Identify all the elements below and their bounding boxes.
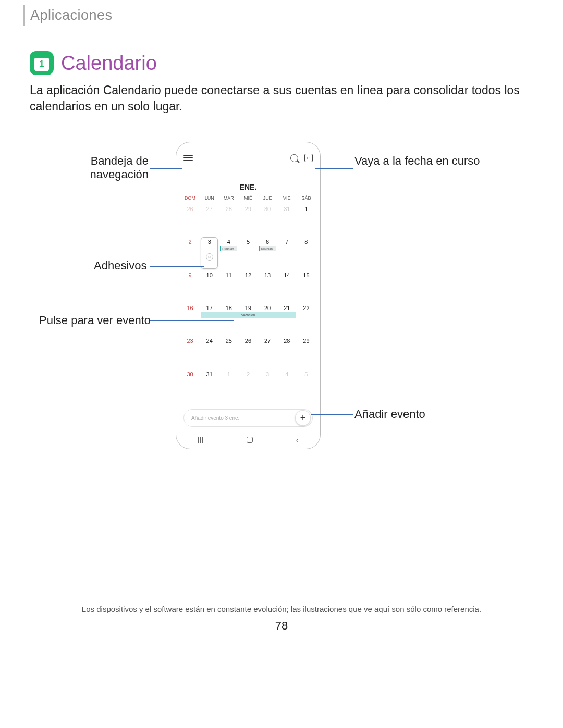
search-icon[interactable] — [290, 154, 298, 162]
callout-line — [315, 168, 353, 169]
calendar-app-icon: 1 — [30, 51, 54, 75]
calendar-icon-day: 1 — [34, 57, 49, 71]
nav-home-icon[interactable] — [247, 437, 253, 443]
calendar-cell[interactable]: 28 — [219, 204, 238, 237]
calendar-cell[interactable]: 30 — [180, 369, 200, 402]
cell-day-number: 19 — [238, 305, 258, 311]
calendar-cell[interactable]: 27 — [258, 336, 277, 368]
cell-day-number: 4 — [219, 239, 238, 245]
calendar-cell[interactable]: 1 — [219, 369, 238, 402]
calendar-cell[interactable]: 1 — [297, 204, 316, 237]
calendar-cell[interactable]: 20 — [258, 303, 277, 336]
calendar-cell[interactable]: 26 — [180, 204, 200, 237]
calendar-cell[interactable]: 24 — [200, 336, 219, 368]
weekday-header: DOMLUNMARMIÉJUEVIESÁB — [180, 195, 316, 201]
cell-day-number: 1 — [297, 206, 316, 212]
cell-day-number: 27 — [258, 338, 277, 344]
callout-line — [150, 320, 234, 321]
calendar-cell[interactable]: 12 — [238, 270, 258, 303]
callout-nav-drawer: Bandeja de navegación — [36, 154, 149, 182]
cell-day-number: 25 — [219, 338, 238, 344]
calendar-cell[interactable]: 27 — [200, 204, 219, 237]
calendar-cell[interactable]: 10 — [200, 270, 219, 303]
calendar-cell[interactable]: 3 — [258, 369, 277, 402]
cell-day-number: 24 — [200, 338, 219, 344]
cell-day-number: 27 — [200, 206, 219, 212]
calendar-cell[interactable]: 4 — [277, 369, 297, 402]
cell-day-number: 16 — [180, 305, 200, 311]
calendar-cell[interactable]: 18 — [219, 303, 238, 336]
calendar-cell[interactable]: 2 — [180, 237, 200, 269]
calendar-cell[interactable]: 8 — [297, 237, 316, 269]
cell-day-number: 12 — [238, 272, 258, 278]
cell-day-number: 5 — [238, 239, 258, 245]
event-chip[interactable]: Reunión — [259, 246, 276, 251]
calendar-cell[interactable]: 3☺ — [200, 237, 219, 269]
calendar-cell[interactable]: 26 — [238, 336, 258, 368]
sticker-icon[interactable]: ☺ — [206, 253, 213, 261]
cell-day-number: 7 — [277, 239, 297, 245]
calendar-cell[interactable]: 14 — [277, 270, 297, 303]
calendar-cell[interactable]: 30 — [258, 204, 277, 237]
cell-day-number: 2 — [180, 239, 200, 245]
add-event-input[interactable]: Añadir evento 3 ene. — [183, 409, 313, 427]
calendar-cell[interactable]: 31 — [277, 204, 297, 237]
cell-day-number: 10 — [200, 272, 219, 278]
hamburger-icon[interactable] — [183, 155, 193, 161]
cell-day-number: 30 — [180, 371, 200, 377]
cell-day-number: 5 — [297, 371, 316, 377]
cell-day-number: 30 — [258, 206, 277, 212]
add-event-button[interactable]: + — [295, 410, 311, 426]
calendar-cell[interactable]: 4Reunión — [219, 237, 238, 269]
calendar-cell[interactable]: 21 — [277, 303, 297, 336]
cell-day-number: 31 — [277, 206, 297, 212]
cell-day-number: 29 — [238, 206, 258, 212]
calendar-cell[interactable]: 9 — [180, 270, 200, 303]
nav-back-icon[interactable]: ‹ — [296, 436, 299, 444]
calendar-cell[interactable]: 17Vacación — [200, 303, 219, 336]
calendar-cell[interactable]: 31 — [200, 369, 219, 402]
cell-day-number: 14 — [277, 272, 297, 278]
cell-day-number: 28 — [277, 338, 297, 344]
cell-day-number: 15 — [297, 272, 316, 278]
cell-day-number: 28 — [219, 206, 238, 212]
calendar-cell[interactable]: 11 — [219, 270, 238, 303]
intro-paragraph: La aplicación Calendario puede conectars… — [30, 82, 532, 115]
cell-day-number: 18 — [219, 305, 238, 311]
calendar-cell[interactable]: 7 — [277, 237, 297, 269]
calendar-cell[interactable]: 5 — [238, 237, 258, 269]
calendar-cell[interactable]: 23 — [180, 336, 200, 368]
calendar-cell[interactable]: 2 — [238, 369, 258, 402]
cell-day-number: 4 — [277, 371, 297, 377]
title-row: 1 Calendario — [30, 51, 157, 75]
nav-recent-icon[interactable] — [198, 437, 203, 443]
callout-line — [150, 168, 182, 169]
callout-stickers: Adhesivos — [94, 259, 147, 273]
calendar-cell[interactable]: 25 — [219, 336, 238, 368]
weekday-label: LUN — [200, 195, 219, 201]
calendar-cell[interactable]: 29 — [297, 336, 316, 368]
cell-day-number: 20 — [258, 305, 277, 311]
callout-go-today: Vaya a la fecha en curso — [354, 154, 490, 168]
phone-navbar: ‹ — [176, 431, 320, 449]
calendar-cell[interactable]: 29 — [238, 204, 258, 237]
section-header: Aplicaciones — [30, 7, 113, 23]
cell-day-number: 3 — [258, 371, 277, 377]
calendar-cell[interactable]: 5 — [297, 369, 316, 402]
calendar-cell[interactable]: 28 — [277, 336, 297, 368]
cell-day-number: 21 — [277, 305, 297, 311]
calendar-cell[interactable]: 15 — [297, 270, 316, 303]
calendar-cell[interactable]: 16 — [180, 303, 200, 336]
cell-day-number: 2 — [238, 371, 258, 377]
header-rule — [23, 5, 25, 26]
calendar-cell[interactable]: 6Reunión — [258, 237, 277, 269]
cell-day-number: 23 — [180, 338, 200, 344]
weekday-label: MAR — [219, 195, 238, 201]
cell-day-number: 6 — [258, 239, 277, 245]
calendar-cell[interactable]: 13 — [258, 270, 277, 303]
event-chip[interactable]: Reunión — [220, 246, 237, 251]
today-icon[interactable]: 11 — [304, 154, 313, 162]
calendar-cell[interactable]: 22 — [297, 303, 316, 336]
calendar-cell[interactable]: 19 — [238, 303, 258, 336]
footer-note: Los dispositivos y el software están en … — [0, 604, 563, 613]
